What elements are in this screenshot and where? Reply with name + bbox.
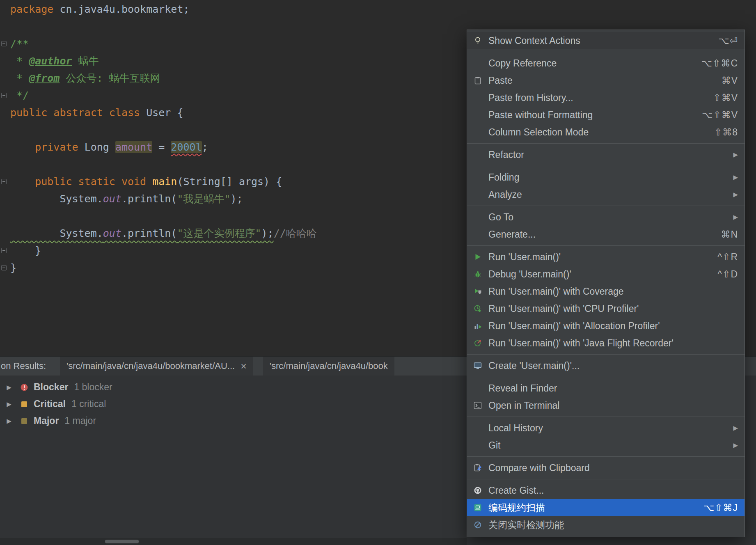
menu-item-compare-with-clipboard[interactable]: Compare with Clipboard [467, 459, 745, 476]
icon-spacer [472, 440, 483, 451]
submenu-arrow-icon: ▶ [733, 213, 738, 221]
fold-marker-icon[interactable] [1, 41, 7, 46]
inspection-tab-1[interactable]: 'src/main/java/cn/java4u/bookmarket/AU..… [60, 357, 253, 376]
menu-item-label: Copy Reference [488, 58, 692, 69]
monitor-icon [472, 360, 483, 371]
major-severity-icon [20, 417, 29, 425]
fold-marker-icon[interactable] [1, 265, 7, 270]
blocker-severity-icon [20, 383, 29, 392]
menu-item-debug-user-main[interactable]: Debug 'User.main()' ^⇧D [467, 266, 745, 283]
menu-item-column-selection-mode[interactable]: Column Selection Mode ⇧⌘8 [467, 124, 745, 141]
menu-separator [467, 52, 745, 52]
scrollbar-thumb[interactable] [105, 540, 139, 543]
menu-item-label: Paste without Formatting [488, 110, 692, 121]
severity-label: Blocker [34, 382, 68, 393]
icon-spacer [472, 149, 483, 160]
fold-marker-icon[interactable] [1, 179, 7, 184]
menu-item-label: Paste [488, 75, 712, 86]
context-menu: Show Context Actions ⌥⏎ Copy Reference ⌥… [467, 30, 745, 537]
menu-item-code-convention-scan[interactable]: 编码规约扫描 ⌥⇧⌘J [467, 499, 745, 516]
menu-item-label: Local History [488, 423, 723, 434]
menu-item-label: 编码规约扫描 [488, 501, 694, 514]
typo-wave-underline: System.out.println("这是个实例程序"); [10, 227, 274, 239]
icon-spacer [472, 92, 483, 103]
menu-shortcut: ⌥⇧⌘C [701, 58, 738, 69]
menu-item-label: Git [488, 440, 723, 451]
menu-item-run-with-allocation-profiler[interactable]: Run 'User.main()' with 'Allocation Profi… [467, 317, 745, 334]
menu-separator [467, 166, 745, 166]
fold-marker-icon[interactable] [1, 93, 7, 98]
icon-spacer [472, 189, 483, 200]
menu-item-refactor[interactable]: Refactor ▶ [467, 146, 745, 163]
icon-spacer [472, 127, 483, 137]
menu-item-open-in-terminal[interactable]: Open in Terminal [467, 397, 745, 414]
menu-item-folding[interactable]: Folding ▶ [467, 169, 745, 186]
menu-separator [467, 417, 745, 417]
submenu-arrow-icon: ▶ [733, 174, 738, 181]
compare-clipboard-icon [472, 463, 483, 473]
menu-item-disable-realtime-detection[interactable]: 关闭实时检测功能 [467, 516, 745, 534]
menu-item-run-with-cpu-profiler[interactable]: Run 'User.main()' with 'CPU Profiler' [467, 300, 745, 317]
severity-count: 1 critical [71, 398, 106, 410]
submenu-arrow-icon: ▶ [733, 442, 738, 449]
debug-icon [472, 269, 483, 279]
menu-item-label: Run 'User.main()' with Coverage [488, 286, 738, 297]
menu-item-label: Run 'User.main()' [488, 252, 708, 263]
menu-shortcut: ⌘N [721, 229, 738, 240]
terminal-icon [472, 400, 483, 411]
menu-item-run-with-java-flight-recorder[interactable]: Run 'User.main()' with 'Java Flight Reco… [467, 334, 745, 352]
menu-item-analyze[interactable]: Analyze ▶ [467, 186, 745, 203]
paste-icon [472, 75, 483, 86]
critical-severity-icon [20, 401, 29, 408]
menu-item-label: Run 'User.main()' with 'Java Flight Reco… [488, 338, 738, 349]
flight-recorder-icon [472, 338, 483, 348]
menu-item-create-user-main[interactable]: Create 'User.main()'... [467, 357, 745, 374]
menu-item-label: Run 'User.main()' with 'Allocation Profi… [488, 321, 738, 332]
menu-item-label: Create 'User.main()'... [488, 360, 738, 371]
menu-item-show-context-actions[interactable]: Show Context Actions ⌥⏎ [467, 32, 745, 49]
menu-item-copy-reference[interactable]: Copy Reference ⌥⇧⌘C [467, 55, 745, 72]
submenu-arrow-icon: ▶ [733, 424, 738, 432]
menu-item-reveal-in-finder[interactable]: Reveal in Finder [467, 380, 745, 397]
menu-shortcut: ^⇧D [717, 269, 738, 280]
severity-count: 1 blocker [74, 382, 112, 393]
menu-separator [467, 206, 745, 206]
menu-separator [467, 354, 745, 355]
menu-item-paste-from-history[interactable]: Paste from History... ⇧⌘V [467, 89, 745, 106]
disable-icon [472, 520, 483, 530]
menu-item-label: Debug 'User.main()' [488, 269, 708, 280]
menu-item-git[interactable]: Git ▶ [467, 437, 745, 454]
menu-item-run-user-main[interactable]: Run 'User.main()' ^⇧R [467, 248, 745, 266]
menu-item-label: Create Gist... [488, 485, 738, 496]
cpu-profiler-icon [472, 303, 483, 314]
menu-separator [467, 377, 745, 377]
menu-item-go-to[interactable]: Go To ▶ [467, 208, 745, 226]
icon-spacer [472, 383, 483, 394]
menu-item-label: 关闭实时检测功能 [488, 519, 738, 531]
close-icon[interactable]: × [241, 361, 247, 371]
horizontal-scrollbar[interactable] [0, 538, 467, 545]
chevron-right-icon[interactable]: ▶ [5, 401, 13, 408]
menu-item-create-gist[interactable]: Create Gist... [467, 482, 745, 499]
icon-spacer [472, 229, 483, 240]
menu-item-paste-without-formatting[interactable]: Paste without Formatting ⌥⇧⌘V [467, 106, 745, 124]
menu-separator [467, 479, 745, 479]
fold-marker-icon[interactable] [1, 248, 7, 253]
menu-item-paste[interactable]: Paste ⌘V [467, 72, 745, 89]
menu-item-local-history[interactable]: Local History ▶ [467, 419, 745, 437]
panel-title: on Results: [1, 361, 46, 371]
icon-spacer [472, 212, 483, 222]
run-coverage-icon [472, 286, 483, 297]
code-scan-icon [472, 502, 483, 513]
submenu-arrow-icon: ▶ [733, 191, 738, 198]
chevron-right-icon[interactable]: ▶ [5, 384, 13, 391]
chevron-right-icon[interactable]: ▶ [5, 417, 13, 425]
menu-item-generate[interactable]: Generate... ⌘N [467, 226, 745, 243]
menu-item-label: Run 'User.main()' with 'CPU Profiler' [488, 303, 738, 314]
inspection-tab-2[interactable]: 'src/main/java/cn/java4u/book [263, 357, 394, 376]
menu-item-run-with-coverage[interactable]: Run 'User.main()' with Coverage [467, 283, 745, 300]
code-line: package cn.java4u.bookmarket; [0, 1, 756, 18]
highlighted-identifier: amount [115, 141, 152, 153]
menu-item-label: Paste from History... [488, 92, 703, 103]
menu-separator [467, 143, 745, 144]
